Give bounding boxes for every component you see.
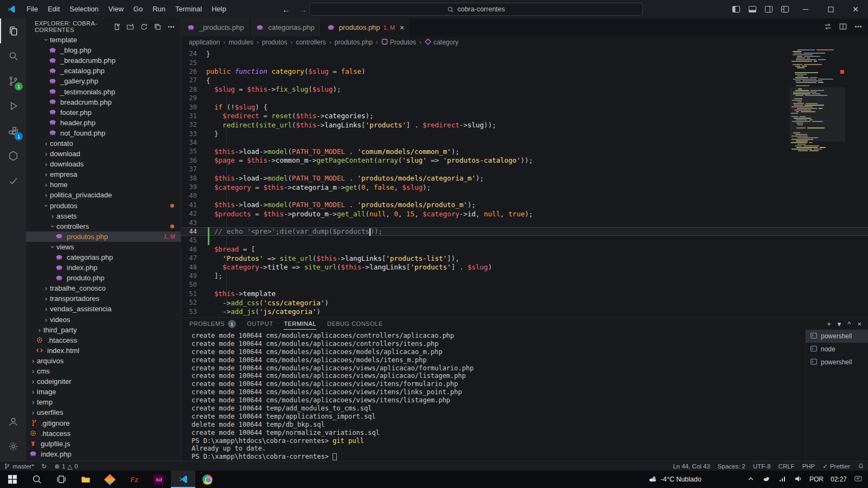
- more-actions-icon[interactable]: [165, 21, 176, 32]
- terminal-dropdown-icon[interactable]: ▾: [838, 320, 841, 328]
- code-line-45[interactable]: 45: [181, 236, 868, 245]
- tree-folder-trabalhe_conosco[interactable]: ›trabalhe_conosco: [26, 283, 181, 293]
- menu-go[interactable]: Go: [129, 3, 148, 16]
- taskbar-adobe-xd-icon[interactable]: Xd: [146, 471, 171, 488]
- indentation[interactable]: Spaces: 2: [714, 461, 749, 471]
- git-branch-item[interactable]: master*: [0, 461, 38, 471]
- onedrive-icon[interactable]: [762, 474, 771, 485]
- breadcrumb-controllers[interactable]: controllers: [296, 38, 326, 46]
- menu-help[interactable]: Help: [207, 3, 231, 16]
- code-line-46[interactable]: 46 $bread = [: [181, 245, 868, 254]
- tree-folder-third_party[interactable]: ›third_party: [26, 325, 181, 335]
- menu-file[interactable]: File: [22, 3, 43, 16]
- tree-folder-assets[interactable]: ›assets: [26, 211, 181, 221]
- notifications-bell-icon[interactable]: [854, 461, 868, 471]
- tree-folder-home[interactable]: ›home: [26, 179, 181, 190]
- tree-file-breadcrumb.php[interactable]: breadcrumb.php: [26, 97, 181, 107]
- terminal-instance-powershell[interactable]: powershell: [806, 356, 868, 369]
- tree-folder-arquivos[interactable]: ›arquivos: [26, 356, 181, 366]
- terminal-output[interactable]: create mode 100644 cms/modules/aplicacoe…: [181, 330, 805, 461]
- tree-file-_testimonials.php[interactable]: _testimonials.php: [26, 86, 181, 97]
- code-line-48[interactable]: 48 $category->title => site_url($this->l…: [181, 262, 868, 271]
- tree-file-.htaccess[interactable]: .htaccess: [26, 335, 181, 345]
- code-line-35[interactable]: 35 $this->load->model(PATH_TO_MODEL . 'c…: [181, 147, 868, 156]
- code-line-37[interactable]: 37: [181, 165, 868, 174]
- tree-file-index.html[interactable]: index.html: [26, 345, 181, 356]
- tree-file-_breadcrumb.php[interactable]: _breadcrumb.php: [26, 55, 181, 66]
- encoding[interactable]: UTF-8: [749, 461, 775, 471]
- code-line-51[interactable]: 51 $this->template: [181, 290, 868, 298]
- breadcrumb-application[interactable]: application: [189, 38, 220, 46]
- new-file-icon[interactable]: [111, 21, 122, 32]
- back-icon[interactable]: ←: [282, 5, 290, 14]
- code-line-32[interactable]: 32 redirect(site_url($this->langLinks['p…: [181, 120, 868, 129]
- tree-folder-produtos[interactable]: ›produtos: [26, 201, 181, 211]
- more-actions-icon[interactable]: [854, 22, 863, 33]
- tree-folder-download[interactable]: ›download: [26, 149, 181, 159]
- close-button[interactable]: ✕: [843, 0, 868, 18]
- code-editor[interactable]: 24}2526public function category($slug = …: [181, 48, 868, 317]
- tree-file-footer.php[interactable]: footer.php: [26, 107, 181, 118]
- input-language[interactable]: POR: [809, 476, 824, 483]
- command-center-search[interactable]: cobra-correntes: [309, 3, 643, 16]
- code-line-27[interactable]: 27{: [181, 76, 868, 85]
- search-icon[interactable]: [0, 43, 26, 68]
- breadcrumb-Produtos[interactable]: Produtos: [381, 38, 416, 47]
- tree-folder-politica_privacidade[interactable]: ›politica_privacidade: [26, 190, 181, 200]
- tab-produtos.php[interactable]: produtos.php1, M×: [321, 18, 411, 36]
- code-line-53[interactable]: 53 ->add_js('js/categoria'): [181, 307, 868, 316]
- compare-changes-icon[interactable]: [824, 22, 832, 33]
- tree-file-_ecatalog.php[interactable]: _ecatalog.php: [26, 66, 181, 76]
- tree-file-_gallery.php[interactable]: _gallery.php: [26, 76, 181, 86]
- breadcrumb-modules[interactable]: modules: [228, 38, 253, 46]
- tree-folder-transportadores[interactable]: ›transportadores: [26, 293, 181, 304]
- panel-tab-terminal[interactable]: TERMINAL: [284, 318, 316, 330]
- code-line-42[interactable]: 42 $products = $this->produto_m->get_all…: [181, 209, 868, 218]
- panel-tab-debug-console[interactable]: DEBUG CONSOLE: [327, 318, 382, 330]
- tree-folder-image[interactable]: ›image: [26, 387, 181, 397]
- minimize-button[interactable]: ─: [793, 0, 818, 18]
- tree-file-_blog.php[interactable]: _blog.php: [26, 45, 181, 55]
- taskbar-vscode-icon[interactable]: [171, 471, 195, 488]
- sync-icon[interactable]: ↻: [38, 461, 51, 471]
- breadcrumb-produtos[interactable]: produtos: [262, 38, 288, 46]
- code-line-28[interactable]: 28 $slug = $this->fix_slug($slug);: [181, 85, 868, 94]
- network-icon[interactable]: [778, 474, 787, 485]
- taskbar-task-view-icon[interactable]: [49, 471, 73, 488]
- remote-hex-icon[interactable]: [0, 143, 26, 168]
- taskbar-colorful-app-icon[interactable]: [98, 471, 122, 488]
- code-line-52[interactable]: 52 ->add_css('css/categoria'): [181, 298, 868, 307]
- code-line-39[interactable]: 39 $category = $this->categoria_m->get(0…: [181, 183, 868, 191]
- tree-folder-videos[interactable]: ›videos: [26, 314, 181, 325]
- taskbar-file-explorer-icon[interactable]: [73, 471, 98, 488]
- tree-folder-temp[interactable]: ›temp: [26, 397, 181, 407]
- source-control-icon[interactable]: 1: [0, 68, 26, 93]
- forward-icon[interactable]: →: [299, 5, 307, 14]
- tree-file-index.php[interactable]: index.php: [26, 449, 181, 459]
- cursor-position[interactable]: Ln 44, Col 43: [669, 461, 713, 471]
- code-line-38[interactable]: 38 $this->load->model(PATH_TO_MODEL . 'p…: [181, 174, 868, 182]
- toggle-panel-icon[interactable]: [745, 3, 760, 16]
- code-line-31[interactable]: 31 $redirect = reset($this->categories);: [181, 112, 868, 120]
- extensions-icon[interactable]: 1: [0, 118, 26, 143]
- tab-_products.php[interactable]: _products.php: [181, 18, 250, 36]
- code-line-33[interactable]: 33 }: [181, 130, 868, 138]
- breadcrumb-produtos.php[interactable]: produtos.php: [335, 38, 373, 46]
- tree-file-gulpfile.js[interactable]: gulpfile.js: [26, 439, 181, 449]
- tree-folder-cms[interactable]: ›cms: [26, 366, 181, 376]
- tree-folder-controllers[interactable]: ›controllers: [26, 221, 181, 232]
- taskbar-start-icon[interactable]: [0, 471, 24, 488]
- code-line-50[interactable]: 50: [181, 280, 868, 289]
- tree-file-.htaccess[interactable]: .htaccess: [26, 428, 181, 439]
- close-panel-icon[interactable]: ×: [857, 320, 861, 328]
- split-editor-icon[interactable]: [839, 22, 847, 33]
- code-line-29[interactable]: 29: [181, 94, 868, 102]
- run-debug-icon[interactable]: [0, 93, 26, 118]
- settings-icon[interactable]: [0, 434, 26, 459]
- clock[interactable]: 02:27: [831, 476, 847, 483]
- tree-folder-template[interactable]: ›template: [26, 35, 181, 45]
- panel-tab-problems[interactable]: PROBLEMS1: [189, 318, 236, 330]
- code-line-25[interactable]: 25: [181, 58, 868, 67]
- tree-file-header.php[interactable]: header.php: [26, 118, 181, 128]
- language-mode[interactable]: PHP: [799, 461, 819, 471]
